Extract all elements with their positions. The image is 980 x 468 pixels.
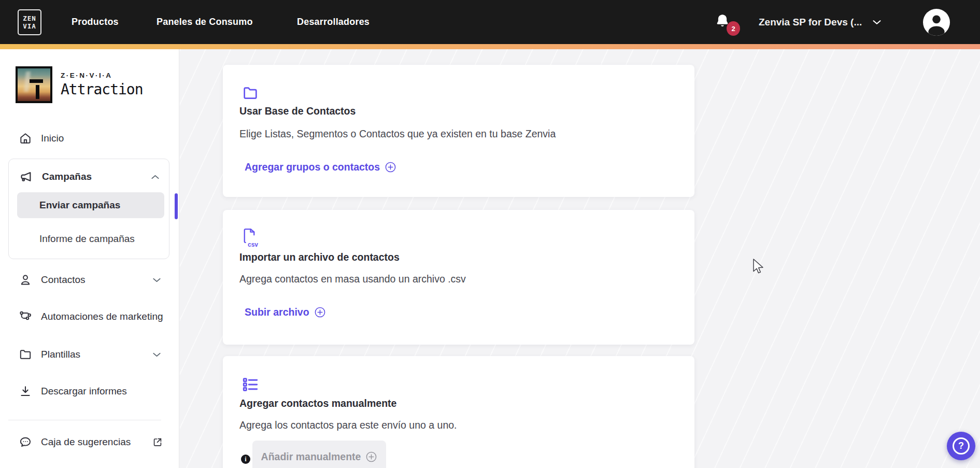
sidebar-item-informe-campanas[interactable]: Informe de campañas	[9, 229, 169, 249]
zenvia-logo-line2: VIA	[23, 22, 36, 30]
brand-text: Z·E·N·V·I·A Attraction	[61, 72, 143, 98]
link-label: Subir archivo	[245, 306, 309, 318]
card-agregar-manualmente: Agregar contactos manualmente Agrega los…	[223, 356, 694, 468]
sidebar-item-label: Inicio	[41, 133, 64, 144]
avatar[interactable]	[923, 9, 950, 36]
logo-overlay-bar	[36, 85, 39, 100]
logo-overlay-bar	[30, 79, 43, 82]
attraction-logo-image	[16, 66, 52, 103]
nav-link-productos[interactable]: Productos	[72, 0, 119, 44]
plus-circle-icon	[365, 451, 377, 463]
list-icon	[242, 376, 259, 393]
upload-file-link[interactable]: Subir archivo	[245, 306, 326, 318]
sidebar-item-label: Informe de campañas	[39, 233, 135, 245]
sidebar-item-label: Automaciones de marketing	[41, 311, 163, 322]
app-window: ZEN VIA Productos Paneles de Consumo Des…	[0, 0, 980, 468]
sidebar: Z·E·N·V·I·A Attraction Inicio Campañas	[0, 49, 179, 468]
card-importar-archivo: csv Importar un archivo de contactos Agr…	[223, 210, 694, 345]
download-icon	[19, 385, 32, 398]
sidebar-item-inicio[interactable]: Inicio	[0, 128, 171, 149]
sidebar-item-contactos[interactable]: Contactos	[0, 270, 171, 290]
gradient-bar	[0, 44, 980, 49]
card-title: Agregar contactos manualmente	[239, 398, 396, 409]
notification-badge: 2	[727, 21, 740, 36]
card-description: Agrega contactos en masa usando un archi…	[239, 273, 466, 285]
plus-circle-icon	[314, 306, 326, 318]
sidebar-item-label: Enviar campañas	[39, 200, 120, 211]
brand-wordmark: Z·E·N·V·I·A	[61, 72, 143, 79]
nav-link-paneles-consumo[interactable]: Paneles de Consumo	[157, 0, 253, 44]
nav-link-desarrolladores[interactable]: Desarrolladores	[297, 0, 370, 44]
add-manually-button[interactable]: Añadir manualmente	[252, 441, 386, 468]
folder-icon	[19, 348, 32, 361]
card-title: Usar Base de Contactos	[239, 105, 356, 117]
sidebar-item-campanas[interactable]: Campañas	[9, 166, 169, 187]
card-description: Agrega los contactos para este envío uno…	[239, 419, 457, 431]
zenvia-logo-line1: ZEN	[23, 15, 36, 22]
help-glyph: ?	[958, 441, 964, 451]
csv-icon-label: csv	[248, 241, 258, 248]
external-link-icon	[152, 436, 163, 448]
info-icon[interactable]: i	[241, 455, 250, 464]
button-label: Añadir manualmente	[261, 451, 361, 463]
folder-icon	[242, 84, 259, 102]
sidebar-item-descargar-informes[interactable]: Descargar informes	[0, 381, 171, 402]
csv-file-icon: csv	[242, 228, 261, 250]
sidebar-item-label: Caja de sugerencias	[41, 436, 131, 448]
card-title: Importar un archivo de contactos	[239, 251, 400, 263]
main-content: Usar Base de Contactos Elige Listas, Seg…	[180, 49, 980, 468]
account-label: Zenvia SP for Devs (...	[759, 17, 862, 28]
workflow-icon	[19, 310, 32, 323]
sidebar-item-enviar-campanas[interactable]: Enviar campañas	[17, 192, 164, 218]
sidebar-item-label: Contactos	[41, 274, 86, 286]
add-groups-contacts-link[interactable]: Agregar grupos o contactos	[245, 161, 396, 173]
zenvia-logo[interactable]: ZEN VIA	[18, 9, 41, 35]
nav-link-label: Paneles de Consumo	[157, 17, 253, 27]
help-button[interactable]: ?	[947, 432, 975, 460]
sidebar-item-caja-sugerencias[interactable]: Caja de sugerencias	[0, 432, 171, 452]
megaphone-icon	[19, 170, 33, 184]
nav-link-label: Productos	[72, 17, 119, 27]
account-switcher[interactable]: Zenvia SP for Devs (...	[759, 0, 883, 44]
sidebar-item-label: Descargar informes	[41, 386, 127, 397]
sidebar-item-automaciones[interactable]: Automaciones de marketing	[0, 306, 171, 327]
brand-product-name: Attraction	[61, 81, 143, 98]
top-navbar: ZEN VIA Productos Paneles de Consumo Des…	[0, 0, 980, 44]
home-icon	[19, 132, 32, 145]
user-avatar-icon	[923, 9, 950, 36]
chevron-up-icon	[150, 172, 161, 182]
card-usar-base-contactos: Usar Base de Contactos Elige Listas, Seg…	[223, 65, 694, 197]
chevron-down-icon	[151, 275, 162, 286]
sidebar-item-plantillas[interactable]: Plantillas	[0, 344, 171, 365]
nav-link-label: Desarrolladores	[297, 17, 370, 27]
chevron-down-icon	[871, 17, 883, 28]
plus-circle-icon	[385, 161, 396, 173]
chevron-down-icon	[151, 349, 162, 360]
active-item-indicator	[175, 193, 178, 219]
sidebar-item-label: Plantillas	[41, 349, 80, 360]
chat-bubble-icon	[19, 435, 32, 449]
sidebar-divider	[8, 420, 161, 420]
sidebar-item-label: Campañas	[42, 171, 92, 182]
card-description: Elige Listas, Segmentos o Contactos que …	[239, 128, 556, 140]
attraction-brand[interactable]: Z·E·N·V·I·A Attraction	[16, 66, 143, 103]
user-icon	[19, 273, 32, 287]
link-label: Agregar grupos o contactos	[245, 161, 380, 173]
campaigns-group: Campañas Enviar campañas Informe de camp…	[8, 159, 169, 259]
question-mark-icon: ?	[953, 437, 970, 455]
